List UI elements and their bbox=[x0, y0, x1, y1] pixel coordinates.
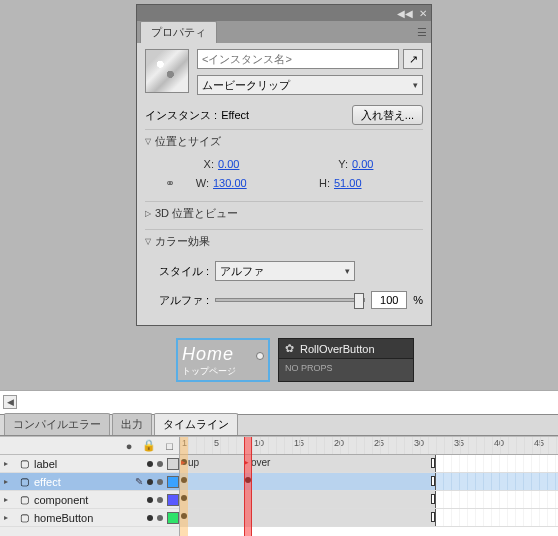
tracks-area[interactable]: 151015202530354045 ▸up▸over bbox=[180, 437, 558, 536]
layers-header: ● 🔒 □ bbox=[0, 437, 179, 455]
panel-menu-icon[interactable]: ☰ bbox=[417, 26, 427, 39]
track-homeButton[interactable] bbox=[180, 509, 558, 527]
layer-lock-dot[interactable] bbox=[157, 461, 163, 467]
symbol-thumbnail bbox=[145, 49, 189, 93]
track-component[interactable] bbox=[180, 491, 558, 509]
alpha-value-input[interactable] bbox=[371, 291, 407, 309]
lower-tabs: コンパイルエラー 出力 タイムライン bbox=[0, 414, 558, 436]
section-3d-label: 3D 位置とビュー bbox=[155, 206, 238, 221]
layer-color-swatch[interactable] bbox=[167, 458, 179, 470]
layer-name[interactable]: homeButton bbox=[34, 512, 143, 524]
panel-titlebar[interactable]: ◀◀ ✕ bbox=[137, 5, 431, 21]
frame-ruler[interactable]: 151015202530354045 bbox=[180, 437, 558, 455]
track-effect[interactable] bbox=[180, 473, 558, 491]
home-subtitle: トップページ bbox=[182, 365, 264, 378]
track-label[interactable]: ▸up▸over bbox=[180, 455, 558, 473]
layer-name[interactable]: effect bbox=[34, 476, 131, 488]
stage-selection: Home トップページ ✿ RollOverButton NO PROPS bbox=[176, 338, 414, 382]
layer-name[interactable]: component bbox=[34, 494, 143, 506]
panel-collapse-icon[interactable]: ◀◀ bbox=[397, 8, 413, 19]
layer-row-label[interactable]: ▸▢label bbox=[0, 455, 179, 473]
layer-row-homeButton[interactable]: ▸▢homeButton bbox=[0, 509, 179, 527]
layer-color-swatch[interactable] bbox=[167, 476, 179, 488]
section-pos-size-toggle[interactable]: ▽ 位置とサイズ bbox=[145, 129, 423, 153]
w-value[interactable]: 130.00 bbox=[213, 177, 253, 189]
frame-label-over: over bbox=[251, 457, 270, 468]
panel-tab-row: プロパティ ☰ bbox=[137, 21, 431, 43]
y-value[interactable]: 0.00 bbox=[352, 158, 392, 170]
layer-lock-dot[interactable] bbox=[157, 497, 163, 503]
tab-output[interactable]: 出力 bbox=[112, 413, 152, 435]
stage-scrollbar-area bbox=[0, 390, 558, 414]
w-label: W: bbox=[185, 177, 209, 189]
layer-fold-icon[interactable]: ▸ bbox=[4, 459, 14, 468]
layers-column: ● 🔒 □ ▸▢label▸▢effect✎▸▢component▸▢homeB… bbox=[0, 437, 180, 536]
layer-lock-dot[interactable] bbox=[157, 515, 163, 521]
scroll-left-button[interactable]: ◀ bbox=[3, 395, 17, 409]
layer-type-icon: ▢ bbox=[18, 512, 30, 524]
x-value[interactable]: 0.00 bbox=[218, 158, 258, 170]
layer-type-icon: ▢ bbox=[18, 476, 30, 488]
tab-properties[interactable]: プロパティ bbox=[140, 21, 217, 43]
rob-title: RollOverButton bbox=[300, 343, 375, 355]
layer-fold-icon[interactable]: ▸ bbox=[4, 513, 14, 522]
layer-lock-dot[interactable] bbox=[157, 479, 163, 485]
layer-row-effect[interactable]: ▸▢effect✎ bbox=[0, 473, 179, 491]
layer-fold-icon[interactable]: ▸ bbox=[4, 477, 14, 486]
goto-symbol-icon[interactable]: ↗ bbox=[403, 49, 423, 69]
layer-visibility-dot[interactable] bbox=[147, 497, 153, 503]
rob-body: NO PROPS bbox=[279, 359, 413, 377]
swap-button[interactable]: 入れ替え... bbox=[352, 105, 423, 125]
stage-rolloverbutton-clip[interactable]: ✿ RollOverButton NO PROPS bbox=[278, 338, 414, 382]
transform-handle[interactable] bbox=[256, 352, 264, 360]
section-color-label: カラー効果 bbox=[155, 234, 210, 249]
h-value[interactable]: 51.00 bbox=[334, 177, 374, 189]
triangle-right-icon: ▷ bbox=[145, 209, 151, 218]
eye-column-icon[interactable]: ● bbox=[126, 440, 133, 452]
h-label: H: bbox=[306, 177, 330, 189]
layer-row-component[interactable]: ▸▢component bbox=[0, 491, 179, 509]
layer-color-swatch[interactable] bbox=[167, 494, 179, 506]
tab-compile-errors[interactable]: コンパイルエラー bbox=[4, 413, 110, 435]
layer-type-icon: ▢ bbox=[18, 494, 30, 506]
chevron-down-icon: ▾ bbox=[345, 266, 350, 276]
y-label: Y: bbox=[324, 158, 348, 170]
section-3d-toggle[interactable]: ▷ 3D 位置とビュー bbox=[145, 201, 423, 225]
chevron-down-icon: ▾ bbox=[413, 80, 418, 90]
section-color-toggle[interactable]: ▽ カラー効果 bbox=[145, 229, 423, 253]
pencil-icon: ✎ bbox=[135, 476, 143, 487]
timeline-panel: ● 🔒 □ ▸▢label▸▢effect✎▸▢component▸▢homeB… bbox=[0, 436, 558, 536]
symbol-type-dropdown[interactable]: ムービークリップ ▾ bbox=[197, 75, 423, 95]
properties-panel: ◀◀ ✕ プロパティ ☰ ↗ ムービークリップ ▾ インスタンス : Effec… bbox=[136, 4, 432, 326]
home-title: Home bbox=[182, 344, 264, 365]
color-style-dropdown[interactable]: アルファ ▾ bbox=[215, 261, 355, 281]
x-label: X: bbox=[190, 158, 214, 170]
style-label: スタイル : bbox=[159, 264, 209, 279]
layer-color-swatch[interactable] bbox=[167, 512, 179, 524]
triangle-down-icon: ▽ bbox=[145, 137, 151, 146]
instance-name-input[interactable] bbox=[197, 49, 399, 69]
symbol-type-label: ムービークリップ bbox=[202, 78, 290, 93]
slider-thumb[interactable] bbox=[354, 293, 364, 309]
stage-home-clip[interactable]: Home トップページ bbox=[176, 338, 270, 382]
alpha-label: アルファ : bbox=[159, 293, 209, 308]
instance-prefix: インスタンス : bbox=[145, 108, 217, 123]
gear-icon: ✿ bbox=[285, 342, 294, 355]
section-pos-size-label: 位置とサイズ bbox=[155, 134, 221, 149]
layer-fold-icon[interactable]: ▸ bbox=[4, 495, 14, 504]
tab-timeline[interactable]: タイムライン bbox=[154, 413, 238, 435]
color-style-value: アルファ bbox=[220, 264, 264, 279]
layer-type-icon: ▢ bbox=[18, 458, 30, 470]
panel-close-icon[interactable]: ✕ bbox=[419, 8, 427, 19]
layer-name[interactable]: label bbox=[34, 458, 143, 470]
lock-column-icon[interactable]: 🔒 bbox=[142, 439, 156, 452]
layer-visibility-dot[interactable] bbox=[147, 515, 153, 521]
instance-value: Effect bbox=[221, 109, 249, 121]
link-wh-icon[interactable]: ⚭ bbox=[159, 176, 181, 190]
layer-visibility-dot[interactable] bbox=[147, 479, 153, 485]
frame-label-up: up bbox=[188, 457, 199, 468]
outline-column-icon[interactable]: □ bbox=[166, 440, 173, 452]
layer-visibility-dot[interactable] bbox=[147, 461, 153, 467]
alpha-slider[interactable] bbox=[215, 298, 365, 302]
triangle-down-icon: ▽ bbox=[145, 237, 151, 246]
